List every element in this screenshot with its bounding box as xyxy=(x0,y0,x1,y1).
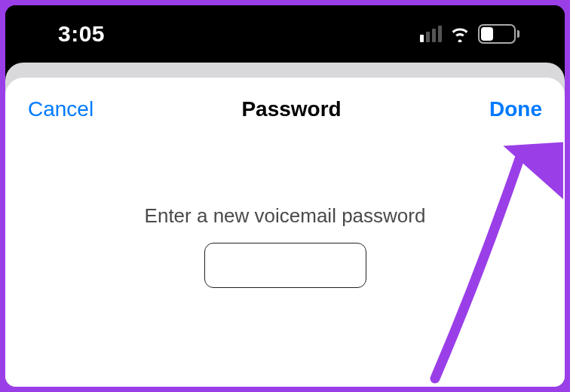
modal-header: Cancel Password Done xyxy=(5,78,565,121)
done-button[interactable]: Done xyxy=(489,97,542,121)
prompt-text: Enter a new voicemail password xyxy=(5,204,565,228)
status-bar: 3:05 34 xyxy=(5,5,565,63)
cellular-signal-icon xyxy=(420,26,442,42)
prompt-area: Enter a new voicemail password xyxy=(5,204,565,288)
status-time: 3:05 xyxy=(58,21,105,47)
cancel-button[interactable]: Cancel xyxy=(28,97,93,121)
battery-indicator: 34 xyxy=(478,24,519,44)
voicemail-password-input[interactable] xyxy=(204,243,366,288)
status-indicators: 34 xyxy=(420,24,519,44)
modal-sheet: Cancel Password Done Enter a new voicema… xyxy=(5,78,565,387)
battery-percent: 34 xyxy=(480,27,514,41)
modal-title: Password xyxy=(241,97,341,121)
device-frame: 3:05 34 Cancel xyxy=(5,5,565,387)
wifi-icon xyxy=(449,26,470,42)
